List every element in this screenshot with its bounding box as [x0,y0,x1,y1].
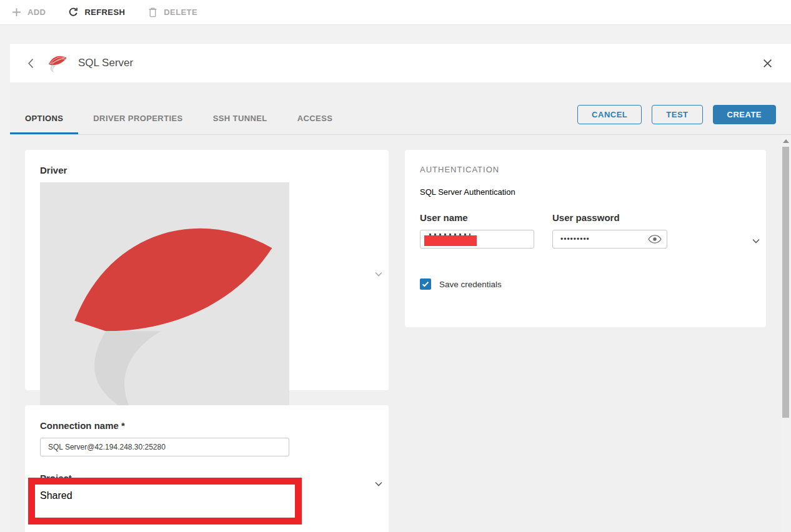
user-name-label: User name [420,212,534,223]
project-select-value: Shared [40,490,72,501]
tab-strip: OPTIONS DRIVER PROPERTIES SSH TUNNEL ACC… [10,82,791,135]
create-button[interactable]: CREATE [713,105,776,124]
cloudbeaver-screen: ADD REFRESH DELETE [0,0,791,532]
delete-button[interactable]: DELETE [147,7,197,17]
dialog-actions: CANCEL TEST CREATE [577,105,776,124]
user-name-input[interactable] [420,230,534,249]
save-credentials-row: Save credentials [420,278,751,290]
chevron-down-icon [752,236,760,241]
tab-driver-properties[interactable]: DRIVER PROPERTIES [78,104,197,134]
connection-name-card: Connection name * Project Shared [25,405,389,532]
connection-settings-card: Driver SQL Server [25,150,389,390]
tab-options[interactable]: OPTIONS [10,104,78,134]
authentication-heading: AUTHENTICATION [420,165,751,174]
auth-method-select[interactable]: SQL Server Authentication [420,187,667,197]
test-button[interactable]: TEST [652,105,702,124]
auth-method-value: SQL Server Authentication [420,187,515,197]
user-password-label: User password [552,212,667,223]
chevron-left-icon [27,58,34,69]
sql-server-logo-icon [46,52,68,74]
refresh-icon [68,7,79,17]
connection-name-label: Connection name * [40,420,374,431]
page-title: SQL Server [78,57,133,69]
close-icon [763,59,772,68]
scroll-up-arrow-icon[interactable] [783,139,789,143]
tab-access[interactable]: ACCESS [282,104,348,134]
refresh-label: REFRESH [84,7,125,17]
connection-dialog: SQL Server OPTIONS DRIVER PROPERTIES SSH… [10,44,791,532]
dialog-content: Driver SQL Server [10,135,791,532]
driver-label: Driver [40,165,374,175]
vertical-scrollbar[interactable] [781,135,791,532]
save-credentials-label: Save credentials [439,280,502,289]
back-button[interactable] [25,56,37,71]
close-button[interactable] [759,55,776,72]
add-button[interactable]: ADD [11,7,46,17]
tabs: OPTIONS DRIVER PROPERTIES SSH TUNNEL ACC… [10,104,347,134]
cancel-button[interactable]: CANCEL [577,105,642,124]
save-credentials-checkbox[interactable] [420,278,431,290]
top-toolbar: ADD REFRESH DELETE [0,0,791,25]
eye-icon[interactable] [648,235,662,244]
plus-icon [11,7,22,17]
scrollbar-thumb[interactable] [782,147,789,418]
refresh-button[interactable]: REFRESH [68,7,125,17]
user-name-redaction-block [424,235,477,246]
project-label: Project [40,473,374,483]
trash-icon [147,7,158,17]
chevron-down-icon [375,268,382,273]
tab-ssh-tunnel[interactable]: SSH TUNNEL [198,104,282,134]
connection-name-input[interactable] [40,438,289,456]
delete-label: DELETE [164,7,197,17]
project-select[interactable]: Shared [40,490,289,501]
dialog-header: SQL Server [10,44,791,82]
chevron-down-icon [375,478,382,483]
add-label: ADD [27,7,46,17]
authentication-card: AUTHENTICATION SQL Server Authentication… [405,150,766,327]
